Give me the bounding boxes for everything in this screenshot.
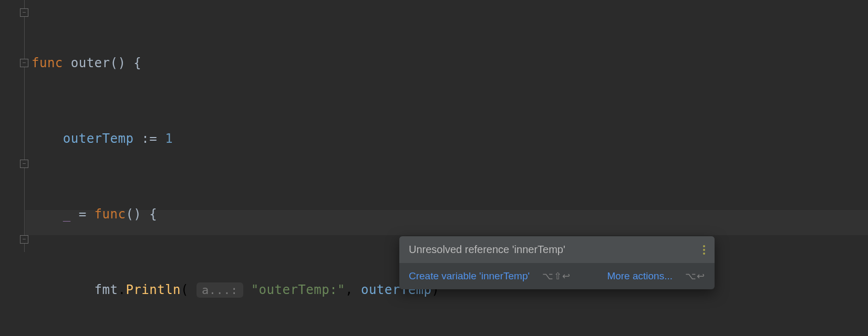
func-name: outer — [71, 56, 110, 70]
code-line[interactable]: func outer() { — [32, 50, 868, 76]
gutter: − − − − — [0, 0, 25, 336]
inspection-popup-body: Create variable 'innerTemp' ⌥⇧↩ More act… — [399, 263, 715, 289]
kebab-menu-icon[interactable] — [703, 245, 705, 255]
number-literal: 1 — [165, 131, 173, 146]
identifier: outerTemp — [63, 131, 134, 146]
operator: := — [141, 131, 157, 146]
more-actions-link[interactable]: More actions... — [607, 270, 673, 282]
code-line[interactable]: _ = func() { — [32, 202, 868, 227]
operator: = — [79, 207, 87, 222]
code-line[interactable]: outerTemp := 1 — [32, 126, 868, 151]
func-call: Println — [126, 282, 181, 297]
inspection-title: Unresolved reference 'innerTemp' — [409, 244, 565, 256]
keyword-func: func — [95, 207, 126, 222]
quick-fix-link[interactable]: Create variable 'innerTemp' — [409, 270, 530, 282]
string-literal: "outerTemp:" — [251, 282, 345, 297]
quick-fix-shortcut: ⌥⇧↩ — [542, 270, 571, 282]
fold-guide-line — [24, 0, 25, 252]
inspection-popup-header: Unresolved reference 'innerTemp' — [399, 236, 715, 263]
blank-identifier: _ — [63, 207, 71, 222]
fold-button[interactable]: − — [20, 59, 28, 67]
keyword-func: func — [32, 56, 63, 70]
fold-button[interactable]: − — [20, 160, 28, 168]
parens: () — [110, 56, 126, 70]
brace-open: { — [149, 207, 157, 222]
fold-button[interactable]: − — [20, 235, 28, 244]
package-ref: fmt — [95, 282, 118, 297]
inspection-popup: Unresolved reference 'innerTemp' Create … — [399, 236, 715, 289]
more-actions-shortcut: ⌥↩ — [685, 270, 705, 282]
code-editor[interactable]: − − − − func outer() { outerTemp := 1 _ … — [0, 0, 868, 336]
brace-open: { — [133, 56, 141, 70]
fold-button[interactable]: − — [20, 8, 28, 17]
parens: () — [126, 207, 141, 222]
param-hint: a...: — [197, 282, 243, 298]
